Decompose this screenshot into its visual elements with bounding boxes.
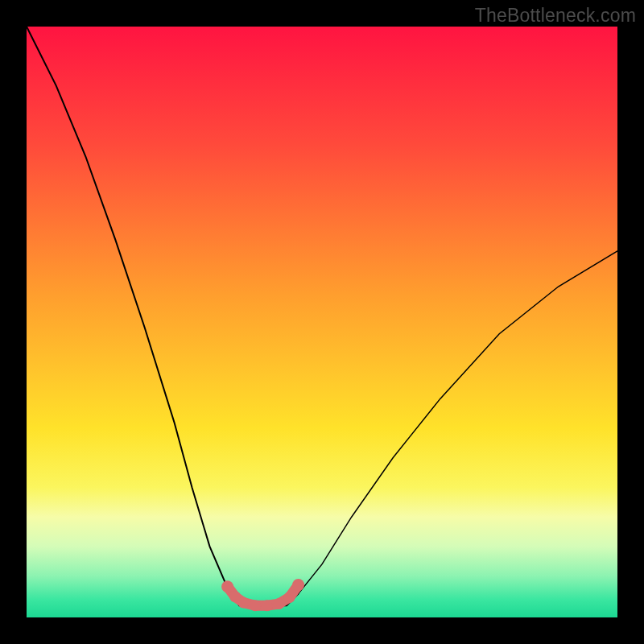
trough-dot: [262, 600, 273, 611]
watermark-text: TheBottleneck.com: [475, 5, 636, 27]
trough-dots: [221, 579, 304, 611]
trough-dot: [284, 592, 295, 603]
trough-dot: [273, 598, 284, 609]
trough-dot: [221, 580, 233, 592]
bottleneck-curve-left: [27, 27, 299, 605]
trough-dot: [292, 579, 304, 591]
chart-frame: TheBottleneck.com: [0, 0, 644, 644]
curve-layer: [27, 27, 617, 617]
bottleneck-curve-right: [299, 251, 617, 594]
trough-dot: [237, 597, 249, 609]
trough-dot: [250, 600, 261, 611]
